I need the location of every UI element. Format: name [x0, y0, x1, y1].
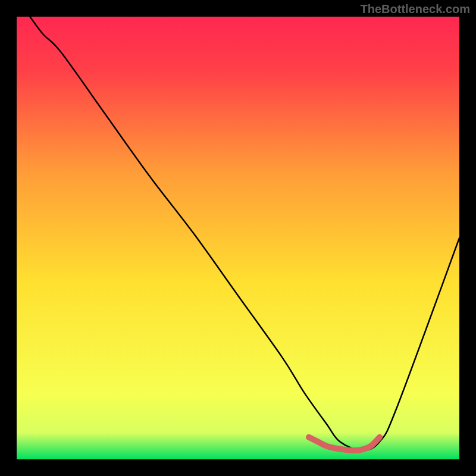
watermark-text: TheBottleneck.com	[361, 2, 470, 16]
chart-canvas	[0, 0, 476, 476]
